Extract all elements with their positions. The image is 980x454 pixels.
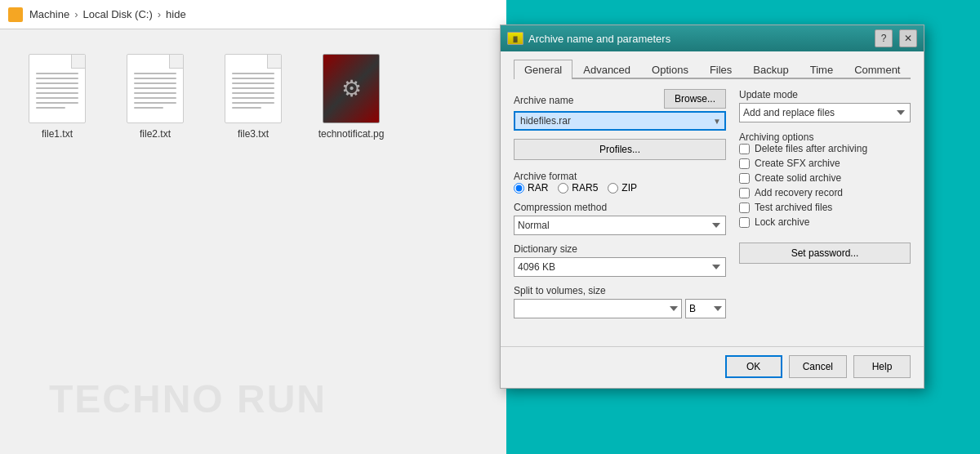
archiving-options-group: Archiving options Delete files after arc… [739, 131, 911, 228]
split-volumes-label: Split to volumes, size [514, 285, 726, 296]
explorer-area: Machine › Local Disk (C:) › hide file1.t… [0, 0, 506, 454]
compression-method-select[interactable]: Normal Store Fastest Fast Good Best [514, 216, 726, 235]
folder-icon [8, 7, 23, 22]
dictionary-size-label: Dictionary size [514, 243, 726, 255]
format-zip[interactable]: ZIP [608, 182, 637, 194]
format-rar[interactable]: RAR [514, 182, 548, 194]
browse-button[interactable]: Browse... [664, 89, 726, 109]
option-test-files[interactable]: Test archived files [739, 202, 911, 213]
list-item[interactable]: file3.txt [212, 54, 294, 140]
test-files-checkbox[interactable] [739, 203, 750, 213]
archive-name-dropdown-icon: ▼ [713, 117, 721, 126]
split-volumes-group: Split to volumes, size B KB MB GB [514, 285, 726, 318]
help-titlebar-button[interactable]: ? [875, 29, 893, 47]
option-delete-files[interactable]: Delete files after archiving [739, 143, 911, 154]
list-item[interactable]: file2.txt [114, 54, 196, 140]
lock-archive-label: Lock archive [755, 216, 809, 228]
option-lock-archive[interactable]: Lock archive [739, 216, 911, 228]
close-button[interactable]: ✕ [899, 29, 917, 47]
archive-name-input[interactable] [514, 111, 726, 131]
breadcrumb-disk: Local Disk (C:) [82, 8, 152, 20]
list-item[interactable]: file1.txt [16, 54, 98, 140]
format-zip-radio[interactable] [608, 183, 618, 194]
format-rar5-radio[interactable] [558, 183, 568, 194]
breadcrumb: Machine › Local Disk (C:) › hide [0, 0, 506, 29]
dialog-title: Archive name and parameters [528, 33, 868, 45]
ok-button[interactable]: OK [725, 355, 782, 378]
compression-method-label: Compression method [514, 202, 726, 213]
tab-backup[interactable]: Backup [742, 60, 799, 79]
dialog-right-panel: Update mode Add and replace files Add an… [739, 89, 911, 327]
update-mode-label: Update mode [739, 89, 911, 100]
list-item[interactable]: technotificat.pg [310, 54, 392, 140]
create-sfx-label: Create SFX archive [755, 158, 840, 169]
create-sfx-checkbox[interactable] [739, 158, 750, 169]
tab-time[interactable]: Time [800, 60, 844, 79]
test-files-label: Test archived files [755, 202, 832, 213]
tab-bar: General Advanced Options Files Backup Ti… [514, 60, 911, 79]
file-icon-1 [29, 54, 86, 123]
add-recovery-checkbox[interactable] [739, 188, 750, 198]
file-name-4: technotificat.pg [318, 128, 385, 140]
format-rar-radio[interactable] [514, 183, 524, 194]
lock-archive-checkbox[interactable] [739, 217, 750, 228]
create-solid-checkbox[interactable] [739, 173, 750, 184]
archive-dialog: ▓ Archive name and parameters ? ✕ Genera… [500, 24, 924, 389]
tab-files[interactable]: Files [699, 60, 742, 79]
file-name-3: file3.txt [238, 128, 269, 140]
option-create-sfx[interactable]: Create SFX archive [739, 158, 911, 169]
tab-options[interactable]: Options [641, 60, 699, 79]
help-button[interactable]: Help [853, 355, 911, 378]
option-add-recovery[interactable]: Add recovery record [739, 187, 911, 198]
watermark: TECHNO RUN [49, 376, 327, 421]
create-solid-label: Create solid archive [755, 172, 841, 184]
compression-method-group: Compression method Normal Store Fastest … [514, 202, 726, 235]
tab-general[interactable]: General [514, 60, 572, 79]
thumbnail-image [323, 54, 380, 123]
split-row: B KB MB GB [514, 299, 726, 318]
dialog-content: General Advanced Options Files Backup Ti… [501, 51, 924, 340]
option-create-solid[interactable]: Create solid archive [739, 172, 911, 184]
split-unit-select[interactable]: B KB MB GB [685, 299, 726, 318]
dictionary-size-group: Dictionary size 4096 KB 128 KB 256 KB 51… [514, 243, 726, 277]
breadcrumb-hide: hide [166, 8, 186, 20]
split-size-select[interactable] [514, 299, 682, 318]
archive-name-label: Archive name [514, 95, 573, 106]
tab-advanced[interactable]: Advanced [572, 60, 641, 79]
cancel-button[interactable]: Cancel [789, 355, 847, 378]
dialog-footer: OK Cancel Help [501, 346, 924, 388]
update-mode-select[interactable]: Add and replace files Add and update fil… [739, 103, 911, 122]
archive-format-group: Archive format RAR RAR5 ZIP [514, 170, 726, 194]
profiles-button[interactable]: Profiles... [514, 139, 726, 160]
tab-comment[interactable]: Comment [844, 60, 911, 79]
update-mode-group: Update mode Add and replace files Add an… [739, 89, 911, 122]
winrar-icon: ▓ [507, 30, 523, 47]
dialog-body: Archive name Browse... ▼ Profiles... Arc… [514, 89, 911, 327]
add-recovery-label: Add recovery record [755, 187, 843, 198]
archive-format-label: Archive format [514, 171, 577, 182]
dialog-titlebar: ▓ Archive name and parameters ? ✕ [501, 25, 924, 51]
breadcrumb-machine: Machine [29, 8, 69, 20]
format-radio-group: RAR RAR5 ZIP [514, 182, 726, 194]
archiving-options-label: Archiving options [739, 131, 813, 143]
archive-name-group: Archive name Browse... ▼ [514, 89, 726, 131]
delete-files-label: Delete files after archiving [755, 143, 867, 154]
file-icon-3 [225, 54, 282, 123]
dialog-left-panel: Archive name Browse... ▼ Profiles... Arc… [514, 89, 726, 327]
set-password-button[interactable]: Set password... [739, 243, 911, 264]
file-name-2: file2.txt [140, 128, 171, 140]
files-area: file1.txt file2.txt [0, 29, 506, 164]
dictionary-size-select[interactable]: 4096 KB 128 KB 256 KB 512 KB 1024 KB 204… [514, 257, 726, 277]
format-rar5[interactable]: RAR5 [558, 182, 598, 194]
delete-files-checkbox[interactable] [739, 144, 750, 154]
file-name-1: file1.txt [42, 128, 73, 140]
file-icon-2 [127, 54, 184, 123]
